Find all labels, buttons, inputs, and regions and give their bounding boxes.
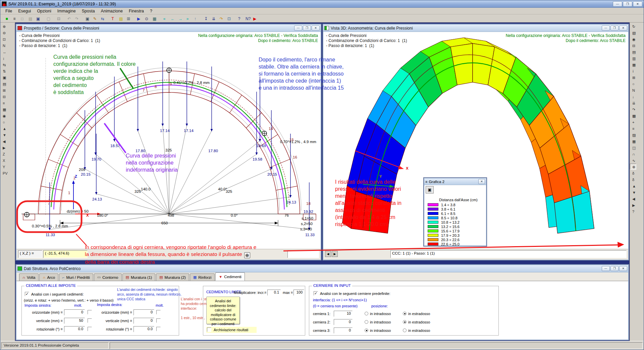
tab-muri-piedritti[interactable]: ⌐Muri / Piedritti <box>59 273 93 281</box>
tab-volta[interactable]: ∩Volta <box>19 273 39 281</box>
view-solid-button[interactable]: ▣ <box>0 74 7 80</box>
imposta-sx-molt-chk[interactable] <box>88 318 92 323</box>
r-view1-button[interactable]: ▤ <box>630 49 636 55</box>
moltiplicatore-max-field[interactable]: 100 <box>293 290 304 296</box>
r-delta1-button[interactable]: δ <box>630 170 636 176</box>
open-file-button[interactable]: ▤ <box>26 15 34 22</box>
cerniera-field[interactable]: 10 <box>334 311 353 317</box>
cerniera-field[interactable]: 0 <box>334 319 353 325</box>
dati-close-button[interactable]: ✕ <box>619 266 627 271</box>
r-legend-button[interactable]: ≡ <box>630 125 636 131</box>
tab-muratura-1-[interactable]: ▤Muratura (1) <box>122 273 156 281</box>
left-button[interactable]: ◀ <box>0 138 7 144</box>
imposta-dx-molt-chk[interactable] <box>156 327 161 331</box>
imposta-sx-field[interactable]: 0.0 <box>64 326 85 332</box>
exchange-button[interactable]: ⇆ <box>99 15 106 22</box>
project-tree-button[interactable]: ≡ <box>11 15 18 22</box>
analisi-cedimento-limite-button[interactable]: Analisi del cedimento limite: calcolo de… <box>206 297 240 324</box>
nav-prev-button[interactable]: ← <box>168 15 176 22</box>
imposta-dx-molt-chk[interactable] <box>156 310 161 314</box>
r-stress-button[interactable]: ▩ <box>630 113 636 119</box>
r-section-button[interactable]: ◫ <box>630 144 636 150</box>
close-button[interactable]: ✕ <box>633 1 642 7</box>
checkbox-archiviazione[interactable] <box>207 327 211 332</box>
axis-x-button[interactable]: X <box>0 157 7 163</box>
ccc-next-button[interactable]: ▶ <box>332 251 338 257</box>
help-button[interactable]: ? <box>235 15 243 22</box>
r-print-button[interactable]: ⊟ <box>630 42 636 48</box>
down-button[interactable]: ▼ <box>0 132 7 138</box>
grafica2-titlebar[interactable]: ≡ Grafica 2 ✕ <box>424 178 486 185</box>
tables-button[interactable]: ▦ <box>150 15 158 22</box>
target-button[interactable]: ◉ <box>0 113 7 119</box>
open-image-button[interactable]: ▢ <box>44 15 52 22</box>
vista3d-titlebar[interactable]: Vista 3D: Assonometria: Curva delle Pres… <box>323 25 628 32</box>
r-palette-button[interactable]: ▧ <box>630 30 636 36</box>
checkbox-cerniere-predefinite[interactable]: ✓ <box>314 291 318 296</box>
zoom-table-button[interactable]: ⊡ <box>225 15 232 22</box>
tab-cedimenti[interactable]: ▼Cedimenti <box>215 272 245 281</box>
nav-next-button[interactable]: → <box>176 15 183 22</box>
imposta-dx-field[interactable]: 0 <box>133 318 154 324</box>
run-status-button[interactable]: ■ <box>3 15 10 22</box>
youtube-button[interactable]: ▶ <box>251 15 258 22</box>
zoom-out-button[interactable]: ⊖ <box>0 30 7 36</box>
prospetto-minimize-button[interactable]: — <box>294 26 302 31</box>
vista3d-restore-button[interactable]: ❐ <box>610 26 619 31</box>
undo-button[interactable]: ↶ <box>65 15 72 22</box>
menu-[interactable]: ? <box>147 8 155 14</box>
r-redraw-button[interactable]: ↻ <box>630 23 636 29</box>
r-question-button[interactable]: ? <box>630 208 636 214</box>
ccc-prev-button[interactable]: ◀ <box>325 251 331 257</box>
dati-minimize-button[interactable]: — <box>602 266 610 271</box>
edit-button[interactable]: ✎ <box>91 15 98 22</box>
r-camera-button[interactable]: ◉ <box>630 36 636 42</box>
print-button[interactable]: ⊟ <box>55 15 62 22</box>
r-right-button[interactable]: ▶ <box>630 202 636 208</box>
r-view3-button[interactable]: ▦ <box>630 61 636 68</box>
radio-intradosso[interactable] <box>365 320 368 324</box>
zoom-in-button[interactable]: ⊕ <box>0 23 7 29</box>
radio-estradosso[interactable] <box>403 329 407 332</box>
swap-v-button[interactable]: ⇅ <box>0 68 7 74</box>
r-hinge-aperture-button[interactable]: ⊕ <box>630 164 636 170</box>
moltiplicatore-incr-field[interactable]: 0.1 <box>267 290 281 296</box>
pan-h-button[interactable]: ↔ <box>0 49 7 55</box>
layers-button[interactable]: ≡ <box>0 100 7 106</box>
cerniera-field[interactable]: 0 <box>334 327 353 334</box>
r-up-button[interactable]: ▲ <box>630 183 636 189</box>
r-nodes-button[interactable]: ○ <box>630 81 636 87</box>
r-colors-button[interactable]: ▨ <box>630 132 636 138</box>
run-analysis-button[interactable]: ▶ <box>135 15 142 22</box>
circle-button[interactable]: ○ <box>0 119 7 125</box>
zoom-normal-button[interactable]: N <box>0 42 7 48</box>
menu-esegui[interactable]: Esegui <box>15 8 34 14</box>
imposta-dx-molt-chk[interactable] <box>156 318 161 323</box>
prospetto-restore-button[interactable]: ❐ <box>303 26 311 31</box>
menu-immagine[interactable]: Immagine <box>54 8 79 14</box>
dati-titlebar[interactable]: Dati Struttura. Arco PoliCentrico — ❐ ✕ <box>16 265 628 272</box>
nav-up-button[interactable]: ↑ <box>192 15 199 22</box>
radio-intradosso[interactable] <box>365 312 368 315</box>
vista3d-close-button[interactable]: ✕ <box>619 26 627 31</box>
menu-animazione[interactable]: Animazione <box>98 8 126 14</box>
r-deform-button[interactable]: ∿ <box>630 157 636 163</box>
right-button[interactable]: ▶ <box>0 144 7 150</box>
view-mesh-button[interactable]: ▤ <box>0 81 7 87</box>
pv-button[interactable]: PV <box>0 170 7 176</box>
vista3d-minimize-button[interactable]: — <box>602 26 610 31</box>
axis-z-button[interactable]: Z <box>0 151 7 157</box>
r-left-button[interactable]: ◀ <box>630 195 636 202</box>
checkbox-analisi-cedimenti[interactable]: ✓ <box>25 292 29 296</box>
r-mesh-button[interactable]: ▦ <box>630 138 636 144</box>
help-context-button[interactable]: N? <box>243 15 251 22</box>
zoom-window-button[interactable]: ⊡ <box>0 36 7 42</box>
calculator-button[interactable]: ⊞ <box>124 15 132 22</box>
prospetto-titlebar[interactable]: Prospetto / Sezione: Curva delle Pressio… <box>16 25 321 32</box>
r-axis-button[interactable]: + <box>630 119 636 125</box>
tab-muratura-2-[interactable]: ▤Muratura (2) <box>156 273 189 281</box>
radio-estradosso[interactable] <box>403 312 407 315</box>
menu-sposta[interactable]: Sposta <box>79 8 98 14</box>
grid-off-button[interactable]: ⊟ <box>0 93 7 99</box>
nav-last-button[interactable]: » <box>184 15 191 22</box>
